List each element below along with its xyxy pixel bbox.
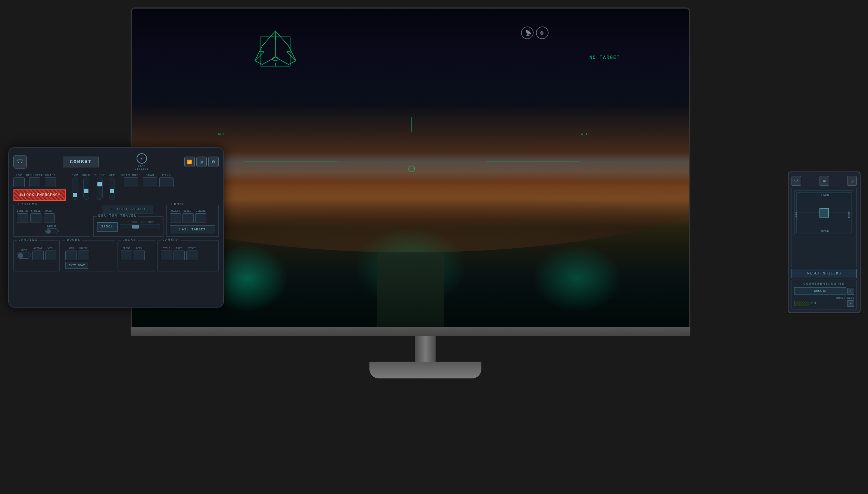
settings-icon[interactable]: ⚙ [208,157,219,167]
unlock-button[interactable] [78,251,89,260]
vtol-button[interactable] [45,251,56,260]
right-panel: 🛡 ⊕ ⊞ FRONT BACK LEFT RIGHT RESET SHIELD… [788,172,861,313]
pwr-slider[interactable] [72,177,78,200]
qt-slider[interactable] [120,224,160,229]
monitor-bottom-frame [131,327,690,336]
accept-button[interactable] [170,213,181,223]
grid-icon[interactable]: ⊞ [196,157,207,167]
esp-label: ESP [16,173,22,177]
spool-button[interactable]: SPOOL [97,222,118,232]
combat-button[interactable]: COMBAT [63,157,99,167]
esp-button[interactable] [13,177,25,187]
pwr-label: PWR [72,173,78,177]
doors-title: DOORS [65,238,82,242]
reset-cam-group: RESET [186,247,197,260]
scan-row: SCAN MODE SCAN PING [121,173,174,187]
scan-label: SCAN [146,173,154,177]
countermeasures-title: COUNTERMEASURES [794,282,854,286]
exit-seat-button[interactable]: EXIT SEAT [65,262,88,269]
decouple-button[interactable] [29,177,40,187]
monitor-stand-neck [415,336,436,364]
hail-target-button[interactable]: HAIL TARGET [170,225,215,234]
svg-text:FRONT: FRONT [821,193,831,197]
free-group: FREE [174,247,185,260]
cycle-button[interactable] [161,251,172,260]
match-button[interactable] [44,213,55,223]
thrst-slider[interactable] [97,177,103,200]
shield-grid-container: FRONT BACK LEFT RIGHT [791,188,857,267]
svg-rect-23 [820,208,829,217]
rp-shield-icon[interactable]: 🛡 [791,176,801,186]
lights-toggle[interactable] [45,228,59,234]
gsafe-button[interactable] [45,177,56,187]
close-label: CLOSE [122,247,130,250]
wifi-icon[interactable]: 📶 [184,157,195,167]
free-button[interactable] [174,251,185,260]
vtol-label: VTOL [48,247,54,250]
comms-section: COMMS ACCEPT REJECT IGNORE HAIL TARGET [166,205,219,237]
gear-label: GEAR [21,248,27,251]
vtol-group: VTOL [45,247,56,260]
svg-text:LEFT: LEFT [794,211,797,218]
locks-section: LOCKS CLOSE OPEN [118,240,155,271]
lights-label: Lights [47,224,56,227]
limiter-group: LIMITER [17,210,28,223]
open-button[interactable] [134,251,145,260]
comms-title: COMMS [170,202,187,206]
svg-text:RIGHT: RIGHT [847,210,851,218]
gsafe-group: GSAFE [45,173,56,187]
auto-l-button[interactable] [32,251,44,260]
reject-button[interactable] [182,213,194,223]
decouple-group: DECOUPLE [26,173,43,187]
scan-mode-button[interactable] [124,177,138,187]
gear-toggle[interactable] [17,252,31,259]
reset-cam-label: RESET [188,247,196,250]
lock-button[interactable] [65,251,77,260]
ping-button[interactable] [159,177,174,187]
wep-slider[interactable] [109,177,115,200]
spool-to-jump-label: SPOOL TO JUMP [128,220,156,224]
decoys-plus-button[interactable]: + [847,288,854,295]
rp-crosshair-icon[interactable]: ⊕ [819,176,829,186]
noise-minus-button[interactable]: - [847,300,854,307]
auto-l-label: AUTO-L [33,247,43,250]
svg-point-4 [272,57,278,61]
shld-slider[interactable] [83,177,89,200]
shield-grid: FRONT BACK LEFT RIGHT [794,191,854,235]
top-right-icons: 📶 ⊞ ⚙ [184,157,219,167]
ping-label: PING [162,173,171,177]
pwr-slider-group: PWR [72,173,78,200]
monitor-stand-base [369,362,481,378]
reset-shields-button[interactable]: RESET SHIELDS [791,269,857,278]
cruise-group: CRUISE [30,210,41,223]
burst-size-label: BURST SIZE [794,296,854,299]
reject-group: REJECT [182,210,194,223]
shld-slider-group: SHLD [82,173,90,200]
rp-grid-icon[interactable]: ⊞ [847,176,857,186]
wep-label: WEP [109,173,115,177]
reset-cam-button[interactable] [186,251,197,260]
svg-line-2 [255,51,264,61]
scan-group: SCAN [143,173,157,187]
lock-group: LOCK [65,247,77,260]
open-label: OPEN [136,247,143,250]
doors-section: DOORS LOCK UNLOCK EXIT SEAT [62,240,115,271]
auto-l-group: AUTO-L [32,247,44,260]
scan-button[interactable] [143,177,157,187]
open-group: OPEN [134,247,145,260]
unlock-emergency-button[interactable]: UNLOCK EMERGENCY [13,189,66,201]
hud-ship-icon [244,27,307,77]
close-button[interactable] [121,251,132,260]
systems-section: SYSTEMS LIMITER CRUISE MATCH Lights [13,205,90,237]
cruise-button[interactable] [30,213,41,223]
ping-group: PING [159,173,174,187]
shld-label: SHLD [82,173,90,177]
ignore-button[interactable] [195,213,206,223]
hud-no-target: NO TARGET [589,55,620,60]
flight-ready-button[interactable]: FLIGHT READY [103,205,154,214]
decoys-button[interactable]: DECOYS [794,287,846,295]
limiter-button[interactable] [17,213,28,223]
ignore-label: IGNORE [196,210,205,213]
quantum-title: QUANTUM TRAVEL [97,214,138,218]
shield-tab-icon[interactable]: 🛡 [13,155,27,169]
